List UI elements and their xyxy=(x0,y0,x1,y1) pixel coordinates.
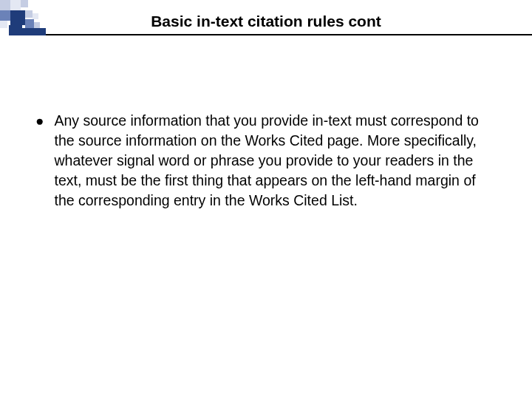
slide-title: Basic in-text citation rules cont xyxy=(0,13,532,30)
slide-content: ● Any source information that you provid… xyxy=(35,111,497,211)
slide-header: Basic in-text citation rules cont xyxy=(0,0,532,35)
bullet-item: ● Any source information that you provid… xyxy=(35,111,497,211)
bullet-marker: ● xyxy=(35,111,44,131)
title-underline xyxy=(46,34,532,35)
body-text: Any source information that you provide … xyxy=(54,111,497,211)
